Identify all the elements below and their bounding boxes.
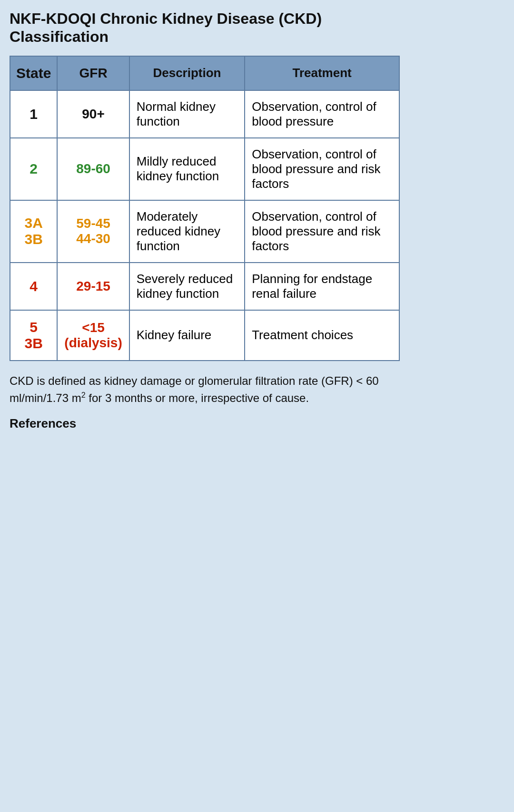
cell-treatment-3: Planning for endstage renal failure xyxy=(245,263,399,310)
table-row: 5 3B<15 (dialysis)Kidney failureTreatmen… xyxy=(10,310,399,361)
header-state: State xyxy=(10,56,57,90)
cell-description-2: Moderately reduced kidney function xyxy=(129,200,245,263)
cell-gfr-2: 59-45 44-30 xyxy=(57,200,129,263)
cell-gfr-1: 89-60 xyxy=(57,138,129,200)
header-description: Description xyxy=(129,56,245,90)
cell-state-4: 5 3B xyxy=(10,310,57,361)
table-row: 289-60Mildly reduced kidney functionObse… xyxy=(10,138,399,200)
cell-treatment-0: Observation, control of blood pressure xyxy=(245,90,399,138)
cell-state-2: 3A 3B xyxy=(10,200,57,263)
header-gfr: GFR xyxy=(57,56,129,90)
cell-state-0: 1 xyxy=(10,90,57,138)
cell-treatment-4: Treatment choices xyxy=(245,310,399,361)
cell-gfr-3: 29-15 xyxy=(57,263,129,310)
cell-gfr-0: 90+ xyxy=(57,90,129,138)
cell-description-1: Mildly reduced kidney function xyxy=(129,138,245,200)
table-row: 190+Normal kidney functionObservation, c… xyxy=(10,90,399,138)
cell-description-3: Severely reduced kidney function xyxy=(129,263,245,310)
table-row: 3A 3B59-45 44-30Moderately reduced kidne… xyxy=(10,200,399,263)
page-title: NKF-KDOQI Chronic Kidney Disease (CKD) C… xyxy=(10,10,400,46)
footer-description: CKD is defined as kidney damage or glome… xyxy=(10,372,400,407)
header-treatment: Treatment xyxy=(245,56,399,90)
cell-state-3: 4 xyxy=(10,263,57,310)
cell-state-1: 2 xyxy=(10,138,57,200)
cell-description-0: Normal kidney function xyxy=(129,90,245,138)
cell-description-4: Kidney failure xyxy=(129,310,245,361)
cell-treatment-2: Observation, control of blood pressure a… xyxy=(245,200,399,263)
ckd-table: State GFR Description Treatment 190+Norm… xyxy=(10,56,400,361)
references-label: References xyxy=(10,416,400,431)
cell-gfr-4: <15 (dialysis) xyxy=(57,310,129,361)
table-row: 429-15Severely reduced kidney functionPl… xyxy=(10,263,399,310)
cell-treatment-1: Observation, control of blood pressure a… xyxy=(245,138,399,200)
